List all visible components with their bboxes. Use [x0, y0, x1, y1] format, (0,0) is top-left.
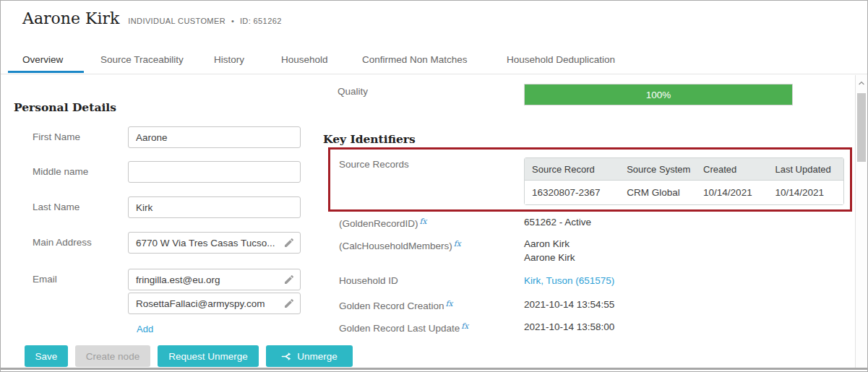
- unmerge-split-icon: [281, 351, 292, 362]
- tab-household-deduplication[interactable]: Household Deduplication: [507, 54, 615, 65]
- created-cell: 10/14/2021: [696, 181, 768, 204]
- entity-id-label: ID: 651262: [240, 17, 282, 25]
- formula-fx-icon: fx: [461, 321, 468, 330]
- edit-pencil-icon[interactable]: [283, 298, 295, 309]
- create-node-button[interactable]: Create node: [75, 345, 150, 367]
- main-address-label: Main Address: [33, 237, 92, 248]
- source-record-id-cell: 16320807-2367: [525, 181, 619, 204]
- source-system-cell: CRM Global: [619, 181, 696, 204]
- email-input-2[interactable]: [128, 293, 301, 314]
- golden-record-last-update-value: 2021-10-14 13:58:00: [524, 321, 614, 332]
- add-email-link[interactable]: Add: [137, 324, 153, 334]
- unmerge-button-label: Unmerge: [297, 351, 338, 362]
- golden-record-last-update-label: Golden Record Last Updatefx: [339, 321, 468, 334]
- window-bottom-border: [1, 368, 867, 370]
- tab-overview[interactable]: Overview: [22, 54, 63, 65]
- tab-household[interactable]: Household: [281, 54, 328, 65]
- formula-fx-icon: fx: [446, 299, 453, 308]
- active-tab-indicator: [8, 71, 84, 73]
- golden-record-creation-value: 2021-10-14 13:54:55: [524, 299, 614, 310]
- quality-progress-bar: 100%: [524, 84, 793, 105]
- middle-name-input[interactable]: [128, 161, 301, 183]
- household-member-1: Aaron Kirk: [524, 238, 570, 249]
- formula-fx-icon: fx: [454, 239, 461, 248]
- household-id-label: Household ID: [339, 275, 398, 286]
- email-input-1[interactable]: [128, 269, 301, 290]
- entity-type-label: INDIVIDUAL CUSTOMER: [128, 17, 225, 25]
- golden-record-creation-label: Golden Record Creationfx: [339, 299, 452, 311]
- key-identifiers-heading: Key Identifiers: [323, 132, 416, 146]
- chevron-up-icon: [857, 79, 866, 87]
- customer-detail-window: Aarone Kirk INDIVIDUAL CUSTOMER • ID: 65…: [0, 0, 868, 372]
- col-source-system: Source System: [619, 158, 696, 181]
- page-title: Aarone Kirk: [22, 9, 119, 27]
- tab-source-traceability[interactable]: Source Traceability: [100, 54, 184, 65]
- middle-name-label: Middle name: [33, 166, 88, 177]
- email-label: Email: [33, 274, 57, 285]
- calc-household-members-label: (CalcHouseholdMembers)fx: [339, 239, 461, 251]
- formula-fx-icon: fx: [420, 217, 427, 225]
- first-name-input[interactable]: [128, 126, 301, 148]
- tab-bar: Overview Source Traceability History Hou…: [1, 44, 867, 75]
- last-updated-cell: 10/14/2021: [768, 181, 843, 204]
- main-address-input[interactable]: [128, 232, 301, 254]
- first-name-label: First Name: [33, 131, 80, 142]
- last-name-label: Last Name: [33, 202, 80, 212]
- scroll-up-button[interactable]: [856, 77, 867, 90]
- source-records-table: Source Record Source System Created Last…: [524, 157, 844, 205]
- tab-confirmed-non-matches[interactable]: Confirmed Non Matches: [362, 54, 468, 65]
- edit-pencil-icon[interactable]: [283, 274, 295, 285]
- separator-dot: •: [231, 17, 234, 25]
- col-created: Created: [696, 158, 768, 181]
- personal-details-heading: Personal Details: [14, 100, 116, 114]
- golden-record-id-label: (GoldenRecordID)fx: [339, 217, 426, 229]
- col-last-updated: Last Updated: [768, 158, 843, 181]
- record-header: Aarone Kirk INDIVIDUAL CUSTOMER • ID: 65…: [22, 9, 282, 27]
- unmerge-button[interactable]: Unmerge: [266, 345, 353, 367]
- source-records-header-row: Source Record Source System Created Last…: [525, 158, 843, 181]
- scrollbar-thumb[interactable]: [857, 93, 866, 162]
- request-unmerge-button[interactable]: Request Unmerge: [158, 345, 259, 367]
- quality-percent-text: 100%: [646, 90, 671, 100]
- edit-pencil-icon[interactable]: [283, 237, 295, 248]
- save-button[interactable]: Save: [25, 345, 68, 367]
- last-name-input[interactable]: [128, 196, 301, 218]
- golden-record-id-value: 651262 - Active: [524, 217, 591, 228]
- col-source-record: Source Record: [525, 158, 619, 181]
- vertical-scrollbar[interactable]: [855, 75, 867, 369]
- quality-progress-fill: 100%: [525, 85, 792, 105]
- tab-bar-divider: [1, 74, 867, 74]
- source-records-label: Source Records: [339, 159, 409, 170]
- tab-history[interactable]: History: [214, 54, 244, 65]
- household-member-2: Aarone Kirk: [524, 252, 575, 263]
- household-id-link[interactable]: Kirk, Tuson (651575): [524, 275, 614, 286]
- source-record-row[interactable]: 16320807-2367 CRM Global 10/14/2021 10/1…: [525, 181, 843, 204]
- quality-label: Quality: [338, 86, 368, 97]
